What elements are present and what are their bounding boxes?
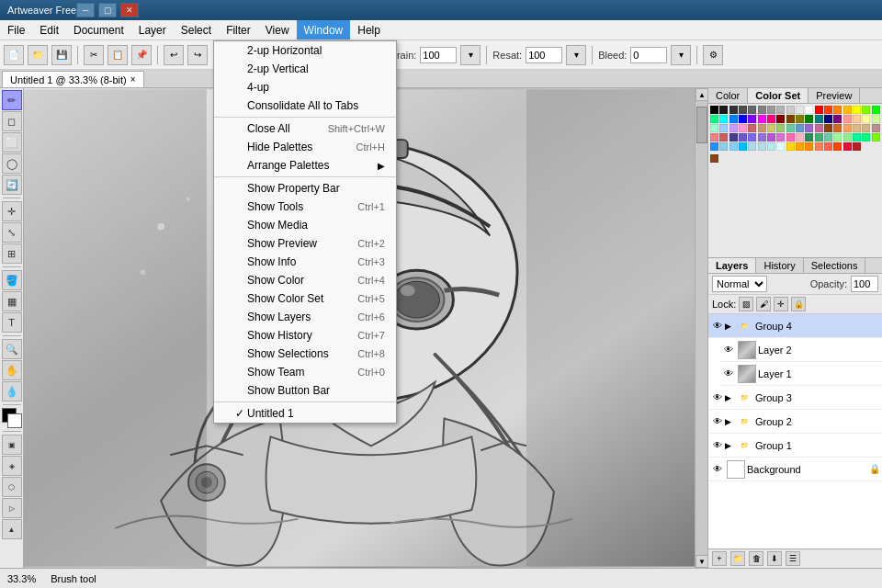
group3-arrow[interactable]: ▶	[725, 393, 731, 402]
swatch-35[interactable]	[872, 115, 880, 123]
swatch-14[interactable]	[843, 106, 852, 114]
lock-move-btn[interactable]: ✛	[774, 297, 788, 311]
swatch-48[interactable]	[824, 124, 832, 132]
paste-btn[interactable]: 📌	[131, 45, 152, 65]
group2-arrow[interactable]: ▶	[725, 417, 731, 426]
swatch-53[interactable]	[872, 124, 880, 132]
swatch-30[interactable]	[824, 115, 832, 123]
swatch-22[interactable]	[748, 115, 756, 123]
swatch-71[interactable]	[872, 133, 880, 141]
swatch-43[interactable]	[776, 124, 785, 132]
grain-input[interactable]	[420, 47, 457, 63]
swatch-11[interactable]	[815, 106, 823, 114]
swatch-20[interactable]	[729, 115, 738, 123]
bleed-input[interactable]	[630, 47, 667, 63]
menu-item-consolidate[interactable]: Consolidate All to Tabs	[214, 96, 396, 115]
swatch-60[interactable]	[767, 133, 775, 141]
menu-item-show-color-set[interactable]: Show Color Set Ctrl+5	[214, 289, 396, 308]
tool-extra5[interactable]: ▲	[2, 519, 22, 539]
add-layer-btn[interactable]: +	[712, 551, 727, 566]
layer-layer1[interactable]: 👁 Layer 1	[719, 362, 882, 386]
menu-window[interactable]: Window	[297, 20, 351, 40]
menu-layer[interactable]: Layer	[131, 20, 174, 40]
swatch-69[interactable]	[853, 133, 861, 141]
tab-layers[interactable]: Layers	[708, 258, 756, 273]
menu-edit[interactable]: Edit	[32, 20, 66, 40]
swatch-72[interactable]	[710, 142, 718, 151]
swatch-76[interactable]	[748, 142, 756, 151]
redo-btn[interactable]: ↪	[187, 45, 208, 65]
swatch-0[interactable]	[710, 106, 718, 114]
menu-item-show-color[interactable]: Show Color Ctrl+4	[214, 271, 396, 289]
lock-transparency-btn[interactable]: ▨	[739, 297, 753, 311]
visibility-eye-group1[interactable]: 👁	[710, 438, 725, 453]
swatch-70[interactable]	[862, 133, 870, 141]
menu-item-hide-palettes[interactable]: Hide Palettes Ctrl+H	[214, 138, 396, 156]
swatch-1[interactable]	[719, 106, 728, 114]
swatch-75[interactable]	[739, 142, 747, 151]
swatch-36[interactable]	[710, 124, 718, 132]
swatch-66[interactable]	[824, 133, 832, 141]
swatch-2[interactable]	[729, 106, 738, 114]
swatch-52[interactable]	[862, 124, 870, 132]
swatch-38[interactable]	[729, 124, 738, 132]
menu-item-show-button-bar[interactable]: Show Button Bar	[214, 381, 396, 400]
resat-arrow[interactable]: ▾	[566, 45, 586, 65]
group4-arrow[interactable]: ▶	[725, 322, 731, 331]
tool-crop[interactable]: ⊞	[2, 243, 22, 264]
swatch-42[interactable]	[767, 124, 775, 132]
swatch-47[interactable]	[815, 124, 823, 132]
new-file-btn[interactable]: 📄	[4, 45, 24, 65]
cut-btn[interactable]: ✂	[84, 45, 104, 65]
menu-item-show-team[interactable]: Show Team Ctrl+0	[214, 363, 396, 381]
visibility-eye-group3[interactable]: 👁	[710, 390, 725, 405]
swatch-31[interactable]	[833, 115, 842, 123]
scroll-down-btn[interactable]: ▼	[695, 555, 708, 568]
layer-group2[interactable]: 👁 ▶ 📁 Group 2	[708, 410, 882, 434]
swatch-13[interactable]	[833, 106, 842, 114]
document-tab[interactable]: Untitled 1 @ 33.3% (8-bit) ×	[2, 71, 144, 87]
swatch-6[interactable]	[767, 106, 775, 114]
swatch-40[interactable]	[748, 124, 756, 132]
swatch-12[interactable]	[824, 106, 832, 114]
menu-item-show-preview[interactable]: Show Preview Ctrl+2	[214, 234, 396, 253]
tab-preview[interactable]: Preview	[808, 88, 860, 103]
swatch-5[interactable]	[758, 106, 766, 114]
swatch-62[interactable]	[786, 133, 795, 141]
tool-brush[interactable]: ✏	[2, 90, 22, 110]
swatch-4[interactable]	[748, 106, 756, 114]
swatch-56[interactable]	[729, 133, 738, 141]
menu-item-show-selections[interactable]: Show Selections Ctrl+8	[214, 345, 396, 363]
undo-btn[interactable]: ↩	[164, 45, 184, 65]
tool-zoom[interactable]: 🔍	[2, 339, 22, 359]
swatch-50[interactable]	[843, 124, 852, 132]
swatch-28[interactable]	[805, 115, 813, 123]
swatch-77[interactable]	[758, 142, 766, 151]
visibility-eye-bg[interactable]: 👁	[710, 462, 725, 477]
menu-item-show-layers[interactable]: Show Layers Ctrl+6	[214, 308, 396, 326]
menu-filter[interactable]: Filter	[219, 20, 258, 40]
swatch-15[interactable]	[853, 106, 861, 114]
visibility-eye-group2[interactable]: 👁	[710, 414, 725, 429]
tab-colorset[interactable]: Color Set	[748, 88, 808, 103]
swatch-8[interactable]	[786, 106, 795, 114]
swatch-82[interactable]	[805, 142, 813, 151]
restore-button[interactable]: ▢	[98, 3, 117, 17]
layer-background[interactable]: 👁 Background 🔒	[708, 458, 882, 481]
swatch-19[interactable]	[719, 115, 728, 123]
swatch-21[interactable]	[739, 115, 747, 123]
merge-layer-btn[interactable]: ⬇	[767, 551, 782, 566]
copy-btn[interactable]: 📋	[107, 45, 128, 65]
swatch-79[interactable]	[776, 142, 785, 151]
blend-mode-select[interactable]: Normal Multiply Screen Overlay	[712, 276, 767, 292]
swatch-74[interactable]	[729, 142, 738, 151]
swatch-39[interactable]	[739, 124, 747, 132]
open-file-btn[interactable]: 📁	[28, 45, 48, 65]
swatch-86[interactable]	[843, 142, 852, 151]
swatch-37[interactable]	[719, 124, 728, 132]
tab-close-btn[interactable]: ×	[130, 74, 136, 85]
lock-paint-btn[interactable]: 🖌	[756, 297, 771, 311]
group1-arrow[interactable]: ▶	[725, 441, 731, 450]
layer-menu-btn[interactable]: ☰	[786, 551, 800, 566]
swatch-32[interactable]	[843, 115, 852, 123]
